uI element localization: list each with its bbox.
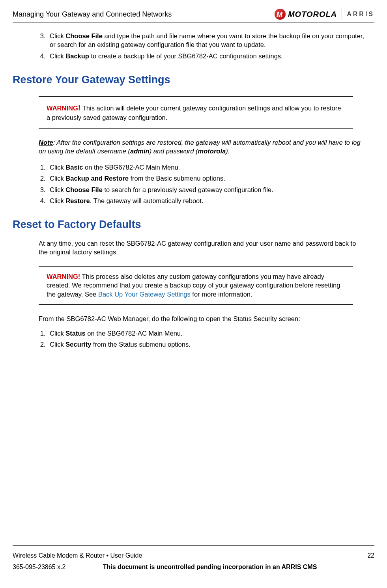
reset-step-1: Click Status on the SBG6782-AC Main Menu…	[47, 328, 366, 339]
warning-text-2: for more information.	[191, 291, 252, 298]
continued-step-list: Click Choose File and type the path and …	[34, 30, 374, 62]
restore-step-1: Click Basic on the SBG6782-AC Main Menu.	[47, 162, 366, 173]
warning-label: WARNING	[47, 105, 78, 112]
arris-logo: ARRIS	[347, 10, 374, 19]
restore-step-4: Click Restore. The gateway will automati…	[47, 195, 366, 206]
warning-text: This action will delete your current gat…	[47, 105, 341, 121]
footer-doc-number: 365-095-23865 x.2	[13, 564, 65, 570]
reset-warning-box: WARNING! This process also deletes any c…	[39, 266, 353, 305]
footer-page-number: 22	[367, 551, 374, 560]
header-title: Managing Your Gateway and Connected Netw…	[13, 9, 172, 19]
motorola-text: MOTOROLA	[288, 9, 337, 20]
restore-step-3: Click Choose File to search for a previo…	[47, 184, 366, 195]
page-footer: Wireless Cable Modem & Router • User Gui…	[13, 545, 374, 571]
reset-heading: Reset to Factory Defaults	[13, 217, 374, 231]
step-4: Click Backup to create a backup file of …	[47, 50, 366, 62]
header-logos: MOTOROLA ARRIS	[275, 9, 374, 20]
reset-intro: At any time, you can reset the SBG6782-A…	[39, 239, 366, 257]
reset-lead-in: From the SBG6782-AC Web Manager, do the …	[39, 314, 366, 323]
restore-warning-box: WARNING! This action will delete your cu…	[39, 96, 353, 128]
step-3: Click Choose File and type the path and …	[47, 30, 366, 50]
motorola-batwing-icon	[275, 9, 286, 20]
restore-heading: Restore Your Gateway Settings	[13, 73, 374, 87]
footer-notice: This document is uncontrolled pending in…	[103, 564, 317, 570]
logo-divider	[342, 9, 342, 20]
reset-steps: Click Status on the SBG6782-AC Main Menu…	[34, 328, 374, 350]
footer-divider	[13, 545, 374, 546]
note-lead: Note	[39, 139, 53, 146]
restore-note: Note: After the configuration settings a…	[39, 138, 366, 156]
footer-guide-title: Wireless Cable Modem & Router • User Gui…	[13, 551, 142, 560]
page-header: Managing Your Gateway and Connected Netw…	[13, 9, 374, 22]
backup-settings-link[interactable]: Back Up Your Gateway Settings	[98, 291, 191, 298]
restore-steps: Click Basic on the SBG6782-AC Main Menu.…	[34, 162, 374, 206]
motorola-logo: MOTOROLA	[275, 9, 337, 20]
restore-step-2: Click Backup and Restore from the Basic …	[47, 173, 366, 184]
warning-label: WARNING!	[47, 273, 80, 280]
reset-step-2: Click Security from the Status submenu o…	[47, 339, 366, 350]
